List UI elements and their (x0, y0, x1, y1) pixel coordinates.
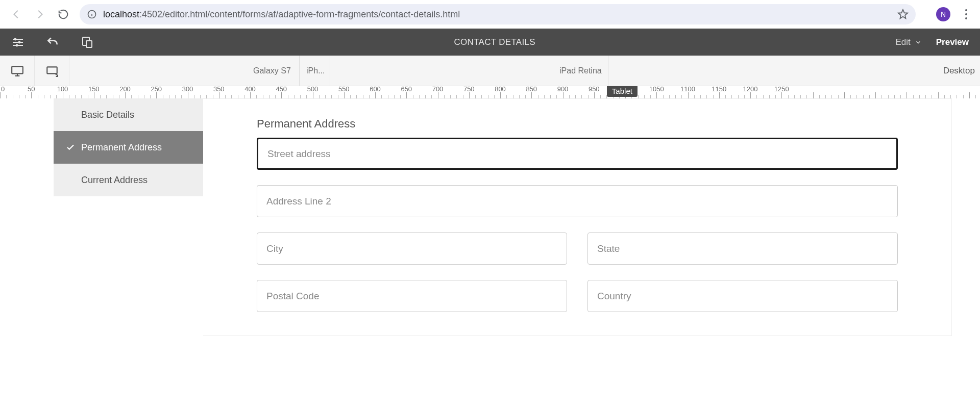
form-canvas: Basic Details Permanent Address Current … (54, 98, 952, 336)
page-title: CONTACT DETAILS (115, 37, 874, 47)
svg-point-9 (16, 44, 18, 46)
breakpoint-track[interactable]: Galaxy S7 iPh... iPad Retina Desktop (69, 56, 980, 86)
device-rotate-icon[interactable] (35, 56, 69, 86)
bookmark-icon[interactable] (897, 9, 909, 20)
svg-rect-5 (13, 42, 23, 43)
browser-menu-button[interactable] (959, 9, 974, 19)
breakpoint-label-desktop: Desktop (943, 66, 975, 76)
side-panel-icon[interactable] (11, 36, 24, 49)
back-button[interactable] (6, 4, 27, 24)
ruler: 0501001502002503003504004505005506006507… (0, 86, 980, 98)
section-title: Permanent Address (257, 117, 898, 131)
sidebar-item-basic-details[interactable]: Basic Details (54, 98, 203, 131)
mode-edit-button[interactable]: Edit (895, 37, 921, 47)
undo-icon[interactable] (46, 36, 59, 49)
breakpoint-label-ipad: iPad Retina (559, 66, 602, 75)
street-address-input[interactable] (257, 138, 898, 170)
city-input[interactable] (257, 233, 567, 265)
sidebar-item-label: Basic Details (81, 110, 134, 120)
sidebar-item-current-address[interactable]: Current Address (54, 164, 203, 196)
device-desktop-icon[interactable] (0, 56, 35, 86)
browser-toolbar: localhost:4502/editor.html/content/forms… (0, 0, 980, 29)
site-info-icon[interactable] (87, 9, 97, 19)
sidebar-item-label: Current Address (81, 175, 148, 186)
form-panel: Permanent Address (203, 98, 952, 336)
mode-preview-button[interactable]: Preview (936, 37, 969, 47)
sidebar-item-permanent-address[interactable]: Permanent Address (54, 131, 203, 164)
postal-code-input[interactable] (257, 280, 567, 312)
forward-button[interactable] (30, 4, 50, 24)
svg-point-7 (14, 38, 17, 40)
emulator-icon[interactable] (81, 36, 94, 49)
state-input[interactable] (587, 233, 898, 265)
reload-button[interactable] (53, 4, 74, 24)
svg-rect-15 (47, 67, 57, 73)
url-text: localhost:4502/editor.html/content/forms… (103, 9, 460, 20)
svg-rect-12 (12, 66, 23, 73)
breakpoint-label-iphone: iPh... (306, 66, 325, 75)
breakpoint-label-galaxy: Galaxy S7 (253, 66, 291, 75)
address-line2-input[interactable] (257, 185, 898, 217)
wizard-sidebar: Basic Details Permanent Address Current … (54, 98, 203, 196)
country-input[interactable] (587, 280, 898, 312)
device-breakpoint-bar: Galaxy S7 iPh... iPad Retina Desktop (0, 56, 980, 86)
app-toolbar: CONTACT DETAILS Edit Preview (0, 29, 980, 56)
tablet-tooltip: Tablet (607, 86, 638, 97)
sidebar-item-label: Permanent Address (81, 142, 162, 153)
profile-avatar[interactable]: N (936, 7, 950, 21)
svg-point-8 (18, 41, 21, 43)
address-bar[interactable]: localhost:4502/editor.html/content/forms… (80, 4, 916, 24)
svg-marker-3 (898, 10, 908, 18)
svg-rect-11 (86, 41, 92, 47)
check-icon (66, 143, 75, 152)
